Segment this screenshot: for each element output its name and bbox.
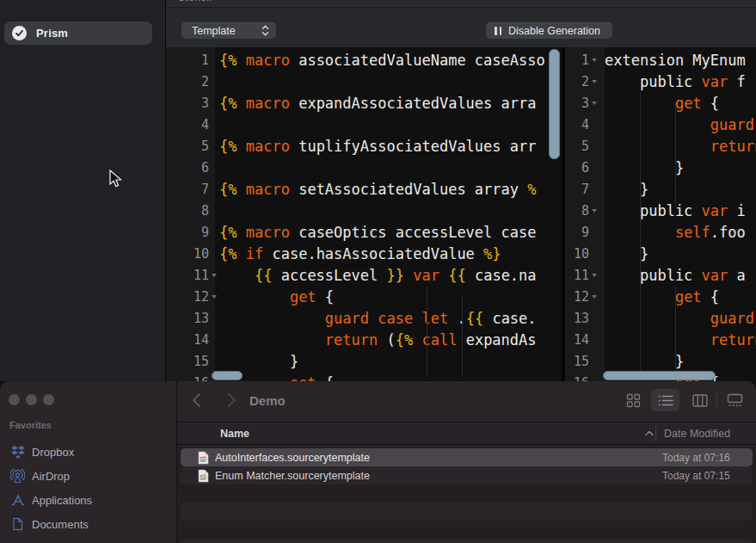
mouse-cursor bbox=[108, 170, 122, 188]
line-number: 6 bbox=[166, 160, 209, 176]
code-line: 1{% macro associatedValueName caseAsso bbox=[166, 49, 562, 71]
code-line: 1extension MyEnum bbox=[565, 49, 756, 71]
generated-code-pane[interactable]: 1extension MyEnum2 public var f3 get {4 … bbox=[565, 49, 756, 381]
vertical-scrollbar-thumb[interactable] bbox=[549, 49, 560, 159]
fold-chevron-icon[interactable] bbox=[592, 80, 597, 83]
window-title: Demo bbox=[249, 393, 286, 408]
code-line: 12 get { bbox=[166, 286, 562, 307]
line-number: 13 bbox=[565, 311, 589, 326]
code-line: 6 } bbox=[565, 157, 756, 178]
disable-generation-label: Disable Generation bbox=[508, 25, 600, 37]
fold-chevron-icon[interactable] bbox=[592, 209, 597, 213]
fold-chevron-icon[interactable] bbox=[212, 274, 217, 277]
code-line: 2 public var f bbox=[565, 71, 756, 92]
updown-chevron-icon bbox=[261, 25, 269, 36]
file-list: AutoInterfaces.sourcerytemplate Today at… bbox=[177, 446, 756, 543]
sidebar-item-documents[interactable]: Documents bbox=[3, 514, 172, 534]
file-row[interactable]: Enum Matcher.sourcerytemplate Today at 0… bbox=[177, 466, 756, 484]
code-line: 15 } bbox=[166, 350, 562, 372]
disable-generation-button[interactable]: Disable Generation bbox=[486, 22, 612, 39]
zoom-window-button[interactable] bbox=[43, 394, 54, 405]
fold-chevron-icon[interactable] bbox=[592, 59, 597, 62]
sidebar-item-dropbox[interactable]: Dropbox bbox=[3, 441, 172, 462]
code-line: 5{% macro tuplifyAssociatedValues arr bbox=[166, 135, 562, 157]
template-item-prism[interactable]: Prism bbox=[4, 22, 152, 45]
fold-chevron-icon[interactable] bbox=[212, 295, 217, 299]
editor-toolbar: Template Disable Generation bbox=[166, 7, 756, 47]
code-line: 7 } bbox=[565, 178, 756, 200]
code-line: 11 public var a bbox=[565, 264, 756, 286]
list-header: Name Date Modified bbox=[177, 422, 756, 445]
sourcerytemplate-file-icon bbox=[198, 469, 209, 483]
line-number: 11 bbox=[166, 268, 209, 283]
sidebar-item-airdrop[interactable]: AirDrop bbox=[3, 466, 172, 486]
line-number: 15 bbox=[565, 354, 589, 369]
code-line: 4 guard bbox=[565, 114, 756, 135]
column-view-button[interactable] bbox=[685, 389, 714, 411]
file-date-modified: Today at 07:15 bbox=[662, 470, 730, 482]
code-line: 9 self.foo bbox=[565, 221, 756, 243]
line-number: 4 bbox=[565, 117, 589, 133]
line-number: 3 bbox=[166, 96, 209, 111]
finder-window: Favorites Dropbox AirDrop bbox=[0, 381, 756, 543]
back-button[interactable] bbox=[189, 392, 206, 409]
code-line: 10 } bbox=[565, 243, 756, 264]
sidebar-item-label: Dropbox bbox=[32, 446, 74, 459]
file-row[interactable]: AutoInterfaces.sourcerytemplate Today at… bbox=[177, 448, 756, 466]
line-number: 13 bbox=[166, 311, 209, 326]
pause-icon bbox=[495, 27, 501, 35]
code-line: 5 return bbox=[565, 135, 756, 157]
clipped-title-strip: Stencil bbox=[166, 0, 756, 7]
line-number: 5 bbox=[565, 139, 589, 154]
dropbox-icon bbox=[10, 445, 25, 460]
applications-icon bbox=[10, 493, 25, 508]
line-number: 9 bbox=[565, 225, 589, 240]
line-number: 12 bbox=[565, 289, 589, 305]
empty-row-stripe bbox=[181, 539, 753, 543]
code-line: 10{% if case.hasAssociatedValue %} bbox=[166, 243, 562, 264]
column-header-name[interactable]: Name bbox=[220, 428, 249, 440]
code-editor: 1{% macro associatedValueName caseAsso23… bbox=[166, 47, 756, 381]
close-window-button[interactable] bbox=[9, 394, 20, 405]
line-number: 6 bbox=[565, 160, 589, 176]
fold-chevron-icon[interactable] bbox=[592, 295, 597, 299]
line-number: 3 bbox=[565, 96, 589, 111]
clipped-label: Stencil bbox=[178, 0, 212, 3]
line-number: 1 bbox=[565, 52, 589, 68]
gallery-view-button[interactable] bbox=[721, 389, 749, 411]
code-line: 14 return ({% call expandAs bbox=[166, 329, 562, 350]
line-number: 8 bbox=[565, 203, 589, 219]
horizontal-scrollbar-thumb-right[interactable] bbox=[603, 371, 716, 380]
line-number: 1 bbox=[166, 52, 209, 68]
file-name: AutoInterfaces.sourcerytemplate bbox=[215, 452, 370, 464]
list-view-button[interactable] bbox=[651, 389, 679, 411]
toolbar-separator bbox=[716, 393, 717, 407]
sort-ascending-icon bbox=[645, 430, 654, 436]
checkmark-icon bbox=[12, 26, 27, 40]
line-number: 2 bbox=[166, 74, 209, 89]
fold-chevron-icon[interactable] bbox=[592, 274, 597, 277]
template-dropdown-label: Template bbox=[192, 25, 236, 37]
line-number: 14 bbox=[565, 332, 589, 348]
line-number: 10 bbox=[166, 246, 209, 262]
template-dropdown[interactable]: Template bbox=[181, 22, 276, 39]
indent-guide bbox=[427, 287, 427, 377]
template-code-pane[interactable]: 1{% macro associatedValueName caseAsso23… bbox=[166, 49, 562, 381]
line-number: 15 bbox=[166, 354, 209, 369]
column-header-date-modified[interactable]: Date Modified bbox=[664, 428, 730, 440]
code-line: 2 bbox=[166, 71, 562, 92]
minimize-window-button[interactable] bbox=[26, 394, 37, 405]
fold-chevron-icon[interactable] bbox=[592, 102, 597, 105]
line-number: 5 bbox=[166, 139, 209, 154]
column-divider[interactable] bbox=[655, 426, 656, 441]
icon-view-button[interactable] bbox=[619, 389, 648, 411]
forward-button[interactable] bbox=[222, 392, 239, 409]
templates-sidebar: Prism bbox=[0, 0, 166, 381]
line-number: 7 bbox=[565, 182, 589, 197]
line-number: 7 bbox=[166, 182, 209, 197]
horizontal-scrollbar-thumb-left[interactable] bbox=[212, 371, 243, 380]
code-line: 13 guard bbox=[565, 307, 756, 329]
finder-sidebar: Favorites Dropbox AirDrop bbox=[0, 381, 176, 543]
line-number: 8 bbox=[166, 203, 209, 219]
sidebar-item-applications[interactable]: Applications bbox=[3, 490, 172, 510]
